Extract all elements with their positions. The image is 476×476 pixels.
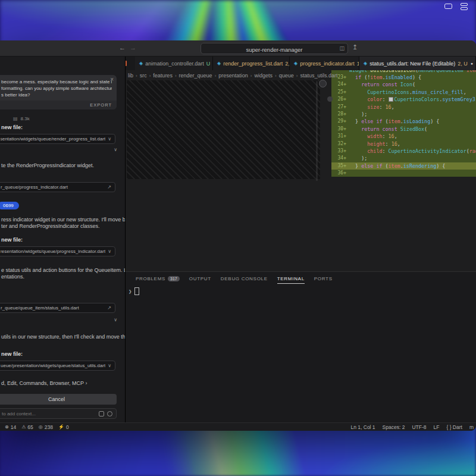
chevron-down-icon[interactable]: ∨ — [108, 249, 111, 254]
breadcrumb-item[interactable]: widgets — [255, 73, 273, 79]
code-token: isEnabled — [386, 74, 412, 80]
code-line: 24+ return const Icon( — [331, 81, 476, 88]
error-icon: ⊗ — [5, 424, 9, 430]
code-text: size: 16, — [349, 104, 394, 111]
breadcrumb-item[interactable]: queue — [279, 73, 294, 79]
status-value: 14 — [11, 424, 16, 430]
panel-tab-terminal[interactable]: TERMINAL — [277, 276, 305, 281]
diff-empty-region — [127, 80, 320, 179]
chevron-down-icon[interactable]: ∨ — [114, 147, 117, 152]
diff-modified-pane[interactable]: Widget buildStatusIcon(RenderQueueItem i… — [331, 70, 476, 271]
titlebar[interactable]: ← → super-render-manager ◫ ↥ — [0, 40, 476, 57]
code-token: item — [389, 118, 400, 124]
code-token: else — [361, 118, 373, 124]
panel-tab-output[interactable]: OUTPUT — [189, 276, 211, 281]
code-token: width — [367, 133, 382, 139]
breadcrumb-item[interactable]: render_queue — [179, 73, 212, 79]
encoding[interactable]: UTF-8 — [412, 424, 426, 430]
code-text: } else if (item.isLoading) { — [349, 118, 439, 125]
editor-tab[interactable]: ◈progress_indicator.dart1, U — [290, 57, 359, 70]
breadcrumb-item[interactable]: status_utils.dart — [300, 73, 337, 79]
status-error[interactable]: ⊗14 — [5, 424, 16, 430]
status-warning[interactable]: ⚠65 — [21, 424, 33, 430]
editor-tab[interactable]: ◈animation_controller.dartU — [135, 57, 213, 70]
commit-pill[interactable]: 0699 — [0, 202, 19, 209]
code-token: (! — [361, 74, 370, 80]
code-text: child: CupertinoActivityIndicator(rad — [349, 148, 476, 155]
diff-swap-button[interactable] — [319, 80, 327, 87]
code-token: ) { — [436, 163, 445, 169]
code-token: else — [361, 163, 373, 169]
back-icon[interactable]: ← — [119, 44, 126, 51]
chat-input-field[interactable] — [1, 411, 96, 417]
code-token: CupertinoColors — [394, 96, 440, 102]
file-chip[interactable]: r_queue/queue_item/status_utils.dart↗ — [0, 303, 115, 313]
new-file-label: new file: — [0, 351, 125, 357]
export-button[interactable]: EXPORT — [0, 101, 117, 109]
panel-tab-label: PROBLEMS — [136, 276, 165, 281]
external-link-icon[interactable]: ↗ — [107, 305, 111, 311]
editor-tab[interactable]: ◈status_utils.dart: New File (Editable)2… — [359, 57, 476, 70]
file-chip[interactable]: presentation/widgets/queue/progress_indi… — [0, 246, 115, 256]
tab-label: status_utils.dart: New File (Editable) — [369, 61, 455, 67]
editor-tab[interactable]: ◈render_progress_list.dart2, U — [213, 57, 290, 70]
language-mode[interactable]: { } Dart — [446, 424, 462, 430]
share-icon[interactable]: ↥ — [352, 43, 358, 51]
chevron-down-icon[interactable]: ∨ — [114, 317, 117, 322]
file-chip[interactable]: queue/presentation/widgets/queue/status_… — [0, 361, 115, 371]
code-text: CupertinoIcons.minus_circle_fill, — [349, 89, 466, 96]
display-icon[interactable] — [444, 4, 452, 9]
code-token: color — [367, 96, 382, 102]
file-chip[interactable]: presentation/widgets/queue/render_progre… — [0, 134, 115, 144]
chat-text-block: ress indicator widget in our new structu… — [0, 217, 125, 230]
control-center-icon[interactable] — [461, 3, 468, 10]
mention-icon[interactable] — [107, 411, 112, 416]
line-number: 27+ — [331, 104, 349, 111]
status-value: 238 — [45, 424, 53, 430]
external-link-icon[interactable]: ↗ — [107, 184, 111, 190]
branch-partial[interactable]: m — [469, 424, 474, 430]
code-token: CupertinoActivityIndicator — [389, 148, 466, 154]
cursor-position[interactable]: Ln 1, Col 1 — [350, 424, 375, 430]
breadcrumb-item[interactable]: lib — [128, 73, 133, 79]
status-bolt[interactable]: ⚡0 — [58, 424, 69, 430]
panel-tab-debug-console[interactable]: DEBUG CONSOLE — [221, 276, 268, 281]
code-token: CupertinoIcons — [367, 89, 409, 95]
forward-icon[interactable]: → — [130, 44, 136, 51]
status-left: ⊗14⚠65◎238⚡0 — [0, 424, 69, 430]
breadcrumb-item[interactable]: presentation — [218, 73, 248, 79]
code-token: , — [397, 141, 400, 147]
customize-layout-icon[interactable]: ◫ — [339, 43, 345, 54]
chat-input[interactable] — [0, 408, 117, 419]
code-token: } — [349, 163, 361, 169]
code-line: 23+ if (!item.isEnabled) { — [331, 74, 476, 81]
code-token — [349, 141, 367, 147]
panel-tab-problems[interactable]: PROBLEMS317 — [136, 276, 180, 281]
breadcrumb-item[interactable]: src — [140, 73, 147, 79]
code-token: const — [382, 82, 397, 87]
code-line: 30+ return const SizedBox( — [331, 126, 476, 133]
command-center[interactable]: super-render-manager ◫ — [201, 43, 348, 54]
indentation[interactable]: Spaces: 2 — [383, 424, 405, 430]
status-info[interactable]: ◎238 — [39, 424, 53, 430]
image-icon[interactable] — [99, 411, 104, 416]
scrollbar[interactable] — [316, 81, 318, 181]
chevron-down-icon[interactable]: ∨ — [108, 363, 111, 368]
cancel-button[interactable]: Cancel — [0, 394, 117, 405]
tab-git-badge: 2, U — [458, 61, 468, 67]
breadcrumb-item[interactable]: features — [153, 73, 173, 79]
code-text: return const Icon( — [349, 81, 415, 88]
eol[interactable]: LF — [434, 424, 440, 430]
terminal-cursor — [134, 287, 139, 295]
tab-label: progress_indicator.dart — [300, 61, 355, 67]
chevron-down-icon[interactable]: ∨ — [108, 136, 111, 142]
line-number: 24+ — [331, 81, 349, 88]
code-token: : — [382, 148, 388, 154]
line-number: 35+ — [331, 162, 349, 170]
close-icon[interactable]: × — [110, 76, 114, 83]
code-token: SizedBox — [400, 126, 424, 132]
line-number: 31+ — [331, 133, 349, 140]
panel-tab-ports[interactable]: PORTS — [314, 276, 333, 281]
terminal[interactable]: ❯ — [129, 287, 139, 295]
file-chip[interactable]: r_queue/progress_indicator.dart↗ — [0, 182, 115, 192]
